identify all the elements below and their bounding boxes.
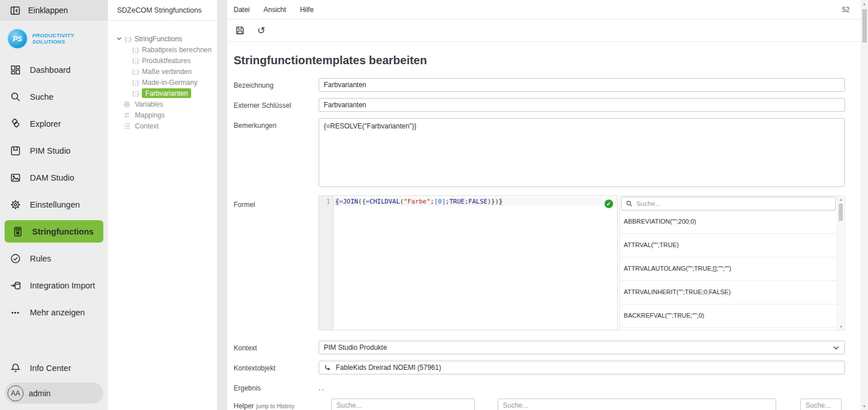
sidebar-item-explorer[interactable]: Explorer <box>0 110 108 137</box>
gear-icon <box>123 100 131 108</box>
scroll-down-icon[interactable]: ▼ <box>862 404 866 408</box>
refresh-icon: ↺ <box>257 26 265 36</box>
scroll-up-icon[interactable]: ▲ <box>839 197 843 201</box>
formel-label: Formel <box>234 196 319 330</box>
sidebar-item-info-center[interactable]: Info Center <box>0 354 108 381</box>
logo-text: PRODUCTIVITY SOLUTIONS <box>32 33 74 45</box>
scroll-up-icon[interactable]: ▲ <box>862 2 866 6</box>
tree-item-made-in-germany[interactable]: {;} Made-in-Germany <box>116 77 214 88</box>
helper-search-input-3[interactable] <box>800 399 842 410</box>
scroll-count: 52 <box>842 6 850 14</box>
scroll-down-icon[interactable]: ▼ <box>839 325 843 329</box>
menu-hilfe[interactable]: Hilfe <box>300 6 313 14</box>
function-list-item[interactable]: BACKREFVAL("";TRUE;"";0) <box>620 304 837 328</box>
function-search-input[interactable] <box>636 200 831 208</box>
stringfunctions-tree: {;} StringFunctions {;} Rabattpreis bere… <box>108 21 217 131</box>
sidebar-item-pim-studio[interactable]: PIM Studio <box>0 137 108 164</box>
bezeichnung-input[interactable] <box>319 78 845 92</box>
form-row-kontext: Kontext PIM Studio Produkte <box>234 341 845 354</box>
formula-valid-icon: ✓ <box>604 200 613 208</box>
sidebar-item-dam-studio[interactable]: DAM Studio <box>0 164 108 191</box>
gear-icon <box>10 199 21 210</box>
collapse-sidebar-button[interactable]: Einklappen <box>0 0 108 21</box>
dam-studio-icon <box>10 172 21 183</box>
menu-ansicht[interactable]: Ansicht <box>264 6 286 14</box>
kontext-selected-value: PIM Studio Produkte <box>324 343 387 352</box>
dashboard-icon <box>10 64 21 76</box>
form-row-bemerkungen: Bemerkungen {=RESOLVE("Farbvarianten")} <box>234 118 845 189</box>
sidebar-item-suche[interactable]: Suche <box>0 83 108 110</box>
externer-schluessel-input[interactable] <box>319 98 845 112</box>
tree-panel: SDZeCOM Stringfunctions {;} StringFuncti… <box>108 0 217 410</box>
form-row-bezeichnung: Bezeichnung <box>234 78 845 92</box>
bemerkungen-textarea[interactable]: {=RESOLVE("Farbvarianten")} <box>319 118 845 187</box>
kontext-select[interactable]: PIM Studio Produkte <box>319 341 845 354</box>
tree-item-masse-verbinden[interactable]: {;} Maße verbinden <box>116 66 214 77</box>
scrollbar-thumb[interactable] <box>862 9 867 42</box>
code-area[interactable]: {=JOIN({=CHILDVAL("Farbe";[0];TRUE;FALSE… <box>334 196 617 330</box>
explorer-icon <box>10 118 21 130</box>
sidebar-item-stringfunctions[interactable]: Stringfunctions <box>5 220 103 243</box>
user-menu[interactable]: AA admin <box>5 382 103 404</box>
username: admin <box>29 389 51 398</box>
ellipsis-icon: ••• <box>10 307 21 318</box>
collapse-panel-icon <box>10 5 21 16</box>
tree-item-stringfunctions-root[interactable]: {;} StringFunctions <box>116 33 214 44</box>
function-list-item[interactable]: ATTRVALAUTOLANG("";TRUE;[];"";"") <box>620 257 837 281</box>
menu-datei[interactable]: Datei <box>234 6 250 14</box>
function-list-item[interactable]: ATTRVALINHERIT("";TRUE;0;FALSE) <box>620 281 837 304</box>
ergebnis-value: , , <box>319 381 845 391</box>
tree-item-rabattpreis-berechnen[interactable]: {;} Rabattpreis berechnen <box>116 44 214 55</box>
tree-panel-title: SDZeCOM Stringfunctions <box>108 0 217 21</box>
code-line: {=JOIN({=CHILDVAL("Farbe";[0];TRUE;FALSE… <box>334 198 617 206</box>
line-number: 1 <box>319 198 330 205</box>
form-row-helper: Helperjump to Histroy <box>234 399 845 410</box>
chevron-down-icon <box>832 344 840 352</box>
function-list: ABBREVIATION("";200;0) ATTRVAL("";TRUE) … <box>620 210 837 330</box>
sidebar-item-dashboard[interactable]: Dashboard <box>0 56 108 83</box>
externer-schluessel-label: Externer Schlüssel <box>234 98 319 112</box>
function-list-scrollbar[interactable]: ▲ ▼ <box>837 196 844 330</box>
tree-item-farbvarianten-selected[interactable]: {;} Farbvarianten <box>116 88 214 99</box>
helper-search-input-2[interactable] <box>498 399 776 410</box>
page-scrollbar[interactable]: ▲ ▼ <box>861 0 868 410</box>
editor-gutter: 1 <box>319 196 334 330</box>
tree-item-mappings[interactable]: Mappings <box>116 110 214 120</box>
sidebar-item-integration-import[interactable]: Integration Import <box>0 272 108 299</box>
sidebar-item-mehr-anzeigen[interactable]: ••• Mehr anzeigen <box>0 299 108 326</box>
search-icon <box>10 91 21 103</box>
helper-label: Helperjump to Histroy <box>234 399 319 410</box>
curly-braces-icon: {;} <box>132 46 139 53</box>
subdirectory-arrow-icon <box>324 364 331 372</box>
sidebar-item-rules[interactable]: Rules <box>0 245 108 272</box>
tree-item-context[interactable]: Context <box>116 120 214 131</box>
function-list-item[interactable]: ATTRVAL("";TRUE) <box>620 234 837 257</box>
helper-sublabel: jump to Histroy <box>256 403 294 409</box>
avatar: AA <box>7 385 24 401</box>
function-search-box[interactable] <box>621 197 836 210</box>
tree-item-variables[interactable]: Variables <box>116 99 214 110</box>
chevron-down-icon[interactable] <box>116 36 122 41</box>
sidebar-bottom: Info Center AA admin <box>0 354 108 410</box>
ergebnis-label: Ergebnis <box>234 381 319 392</box>
curly-braces-icon: {;} <box>132 68 139 75</box>
tree-item-produktfeatures[interactable]: {;} Produktfeatures <box>116 55 214 66</box>
check-circle-icon <box>10 253 21 264</box>
list-icon <box>123 122 131 130</box>
kontextobjekt-label: Kontextobjekt <box>234 361 319 374</box>
import-database-icon <box>10 280 21 291</box>
kontextobjekt-input[interactable]: FableKids Dreirad NOEMI (57961) <box>319 361 845 374</box>
sidebar-nav: Dashboard Suche Explorer PIM Studio <box>0 52 108 354</box>
curly-braces-icon: {;} <box>132 79 139 86</box>
function-list-item[interactable]: ABBREVIATION("";200;0) <box>620 210 837 234</box>
sidebar-item-einstellungen[interactable]: Einstellungen <box>0 191 108 218</box>
collapse-label: Einklappen <box>28 6 68 15</box>
app-logo[interactable]: PS PRODUCTIVITY SOLUTIONS <box>0 21 108 52</box>
bezeichnung-label: Bezeichnung <box>234 78 319 92</box>
bemerkungen-label: Bemerkungen <box>234 118 319 189</box>
scrollbar-thumb[interactable] <box>839 204 843 221</box>
refresh-button[interactable]: ↺ <box>255 25 267 36</box>
formula-code-editor[interactable]: 1 {=JOIN({=CHILDVAL("Farbe";[0];TRUE;FAL… <box>319 196 618 330</box>
helper-search-input-1[interactable] <box>331 399 475 410</box>
save-button[interactable] <box>234 25 246 36</box>
